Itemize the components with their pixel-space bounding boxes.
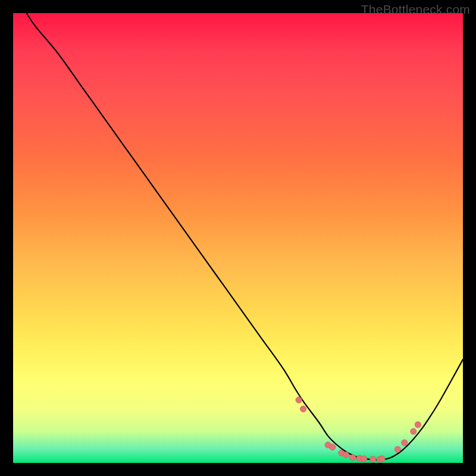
curve-marker: [402, 440, 408, 446]
curve-marker: [415, 422, 421, 428]
curve-svg: [13, 13, 463, 463]
curve-marker: [370, 456, 376, 462]
curve-marker: [330, 444, 336, 450]
curve-marker: [300, 406, 306, 412]
bottleneck-curve: [27, 13, 463, 460]
curve-marker: [343, 452, 349, 458]
chart-frame: TheBottleneck.com: [0, 0, 476, 476]
curve-marker: [411, 428, 416, 434]
plot-area: [13, 13, 463, 463]
curve-marker: [379, 456, 385, 462]
watermark-text: TheBottleneck.com: [361, 2, 470, 17]
curve-marker: [296, 397, 302, 403]
curve-marker: [394, 446, 400, 452]
curve-marker: [350, 455, 356, 461]
curve-markers: [296, 397, 421, 462]
curve-marker: [361, 456, 367, 462]
